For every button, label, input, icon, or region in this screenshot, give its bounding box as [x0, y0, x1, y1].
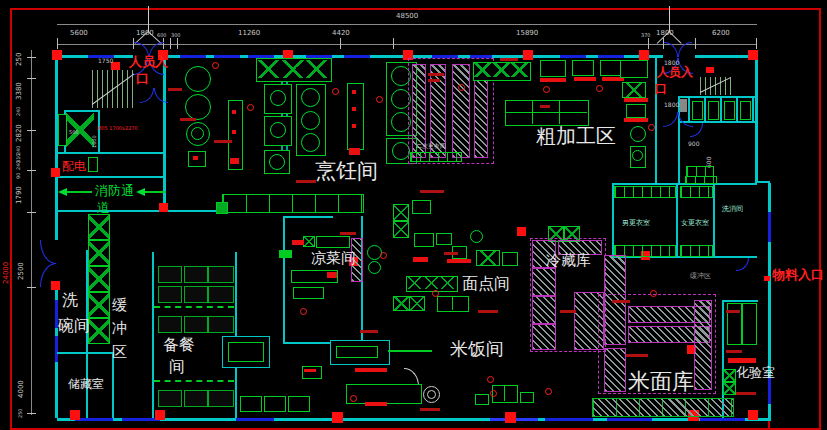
dim-top-5600: 5600	[70, 30, 88, 37]
window	[545, 418, 593, 421]
rack	[532, 296, 556, 324]
table-divider	[505, 112, 587, 113]
red-annotation	[180, 118, 196, 121]
red-annotation	[296, 180, 316, 183]
equipment-hood-cell	[282, 60, 304, 78]
dim-left-250: 250	[16, 53, 23, 66]
conveyor-line	[154, 306, 234, 310]
red-annotation	[736, 392, 756, 395]
red-annotation	[355, 368, 387, 372]
conveyor-line	[154, 380, 234, 384]
equipment-burner	[301, 88, 320, 107]
room-label-buffer-small: 缓冲区	[690, 271, 711, 281]
red-annotation	[214, 140, 232, 143]
dish-machine	[88, 292, 110, 318]
equipment-steamer	[393, 221, 409, 238]
prep-table	[184, 266, 208, 283]
cad-floorplan-canvas[interactable]: 48500 5600 1800 600 300 11260 4420 15890…	[0, 0, 827, 430]
red-marker	[232, 130, 236, 134]
dim-left-4000: 4000	[18, 380, 25, 398]
rack	[532, 268, 556, 296]
equipment-pot-inner	[191, 127, 204, 140]
prep-table	[184, 316, 208, 333]
equipment-unit	[620, 60, 648, 78]
wash-taps	[685, 176, 717, 184]
equipment-unit	[436, 233, 452, 245]
equipment-unit	[572, 60, 594, 76]
red-marker	[764, 276, 770, 281]
toilet-fixture	[680, 99, 687, 112]
dim-left-250b: 250	[18, 408, 23, 418]
entrance-material: 物料入口	[772, 268, 824, 282]
column-marker	[639, 50, 649, 60]
column-marker	[517, 227, 526, 236]
door-leaf	[736, 258, 749, 271]
equipment-burner	[269, 154, 285, 170]
equipment-mixer	[368, 261, 381, 274]
equipment-sink	[723, 369, 736, 382]
rack-row	[592, 398, 734, 417]
red-marker	[543, 86, 550, 93]
equipment-burner	[270, 90, 286, 106]
dim-tick	[27, 212, 36, 213]
equipment-hood-cell	[258, 60, 280, 78]
dim-line-total	[57, 24, 757, 25]
red-annotation	[624, 98, 648, 102]
red-marker	[332, 88, 339, 95]
equipment-bar	[388, 350, 432, 352]
wall-right	[755, 57, 758, 183]
boundary-line-top	[10, 8, 820, 10]
leader-line	[148, 6, 149, 32]
door-leaf	[140, 88, 154, 103]
red-annotation	[728, 358, 756, 363]
equipment-sink	[723, 382, 736, 395]
leader-line	[669, 31, 682, 44]
red-marker	[349, 148, 360, 155]
window	[55, 336, 58, 362]
equipment-soup-pot	[185, 66, 211, 92]
stall-partition	[704, 98, 706, 121]
arrow-tail	[66, 191, 92, 193]
column-marker	[52, 50, 62, 60]
equipment-sink	[303, 236, 315, 247]
toilet-fixture	[740, 101, 751, 120]
room-label-wash-disinfect: 洗消间	[722, 204, 743, 214]
prep-table	[208, 390, 234, 407]
red-annotation	[540, 78, 566, 82]
dim-left-240: 240	[16, 106, 21, 116]
red-marker	[432, 290, 439, 297]
dish-machine	[88, 266, 110, 292]
equipment-sink	[474, 63, 491, 77]
dim-elev-500: 500	[69, 130, 79, 135]
rack	[694, 300, 712, 390]
equipment-burner	[632, 150, 643, 161]
room-label-dishwash: 碗间	[58, 318, 90, 335]
red-marker	[706, 67, 714, 73]
window	[344, 55, 370, 58]
equipment-burner	[301, 111, 320, 130]
lab-door-panel	[742, 303, 757, 345]
red-marker	[193, 156, 198, 160]
entrance-staff-top: 口	[136, 72, 149, 86]
red-annotation	[478, 310, 498, 313]
dim-left-total: 24000	[3, 262, 11, 284]
door-leaf	[690, 123, 703, 137]
equipment-mixer	[470, 230, 483, 243]
label-fire-passage: 消防通	[95, 182, 134, 200]
red-annotation	[420, 408, 440, 411]
red-marker	[352, 90, 356, 94]
rack	[604, 348, 626, 392]
elevator-tag: M05 1700x2270	[97, 126, 138, 132]
arrow-tail	[144, 191, 166, 193]
red-annotation	[360, 330, 378, 333]
equipment-table	[476, 250, 500, 266]
toilet-fixture	[724, 101, 735, 120]
red-marker	[352, 124, 356, 128]
prep-table	[158, 390, 182, 407]
red-marker	[376, 96, 383, 103]
toilet-fixture	[692, 101, 703, 120]
dim-tick	[57, 38, 58, 49]
toilet-fixture	[708, 101, 719, 120]
equipment-unit	[414, 233, 434, 247]
room-label-power: 配电	[62, 160, 86, 173]
